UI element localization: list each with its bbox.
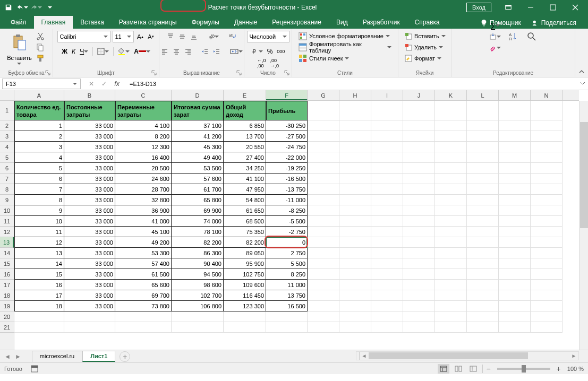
italic-button[interactable]: К xyxy=(71,46,76,57)
cell[interactable]: 75 350 xyxy=(224,227,266,237)
macro-recording-icon[interactable] xyxy=(31,365,38,373)
cell[interactable] xyxy=(371,163,403,174)
cell[interactable]: -11 000 xyxy=(266,195,308,205)
cell[interactable] xyxy=(467,290,499,301)
autosum-icon[interactable]: ∑ xyxy=(488,20,502,31)
cell[interactable] xyxy=(499,174,531,184)
percent-icon[interactable]: % xyxy=(266,46,274,57)
cell[interactable]: 53 500 xyxy=(172,163,224,174)
cell[interactable] xyxy=(499,258,531,269)
cell[interactable] xyxy=(403,120,435,131)
cell[interactable] xyxy=(499,101,531,120)
cell[interactable] xyxy=(266,311,308,322)
cell[interactable] xyxy=(531,205,563,216)
cell[interactable]: Прибыль xyxy=(266,101,308,120)
cell[interactable] xyxy=(435,311,467,322)
cell[interactable]: 45 300 xyxy=(172,142,224,152)
cell[interactable] xyxy=(499,237,531,248)
row-header[interactable]: 18 xyxy=(0,290,14,301)
cell[interactable]: Постоянные затраты xyxy=(64,101,115,120)
merge-icon[interactable] xyxy=(229,46,244,57)
cell[interactable] xyxy=(499,290,531,301)
increase-indent-icon[interactable] xyxy=(212,46,221,57)
zoom-out-icon[interactable]: − xyxy=(486,365,490,373)
decrease-font-icon[interactable]: A▾ xyxy=(147,31,155,42)
column-header[interactable]: C xyxy=(115,90,172,100)
name-box[interactable]: F13 xyxy=(2,79,81,89)
cell[interactable] xyxy=(339,195,371,205)
redo-icon[interactable] xyxy=(30,1,42,14)
format-table-button[interactable]: Форматировать как таблицу xyxy=(296,42,394,53)
cancel-formula-icon[interactable]: ✕ xyxy=(87,80,96,88)
cell[interactable] xyxy=(531,152,563,163)
cell[interactable] xyxy=(371,101,403,120)
cell[interactable] xyxy=(403,152,435,163)
format-painter-icon[interactable] xyxy=(35,53,46,64)
cell[interactable] xyxy=(499,152,531,163)
cell[interactable] xyxy=(371,269,403,280)
cell[interactable] xyxy=(467,237,499,248)
cell[interactable] xyxy=(531,163,563,174)
cell[interactable] xyxy=(308,184,339,195)
undo-icon[interactable] xyxy=(16,1,29,14)
cell[interactable] xyxy=(371,174,403,184)
cell[interactable] xyxy=(499,269,531,280)
cell[interactable] xyxy=(531,311,563,322)
cell[interactable] xyxy=(339,216,371,227)
cell[interactable] xyxy=(339,322,371,333)
enter-formula-icon[interactable]: ✓ xyxy=(100,80,108,88)
cell[interactable]: 13 700 xyxy=(224,131,266,142)
cell[interactable] xyxy=(467,311,499,322)
cell[interactable] xyxy=(403,290,435,301)
cell[interactable] xyxy=(435,248,467,258)
cell[interactable] xyxy=(371,248,403,258)
cell[interactable]: -22 000 xyxy=(266,152,308,163)
cell[interactable]: 33 000 xyxy=(64,227,115,237)
cell[interactable]: 33 000 xyxy=(64,195,115,205)
insert-cells-button[interactable]: Вставить xyxy=(403,31,448,41)
cell[interactable]: 5 500 xyxy=(266,258,308,269)
cell[interactable] xyxy=(467,163,499,174)
cell[interactable] xyxy=(308,248,339,258)
font-name-select[interactable]: Calibri xyxy=(57,31,110,42)
cell[interactable]: 45 100 xyxy=(115,227,172,237)
row-header[interactable]: 21 xyxy=(0,322,14,333)
cell[interactable]: 41 000 xyxy=(115,216,172,227)
cell[interactable] xyxy=(14,322,64,333)
cell[interactable] xyxy=(339,184,371,195)
column-header[interactable]: D xyxy=(172,90,224,100)
cell[interactable] xyxy=(403,142,435,152)
cell[interactable]: 11 000 xyxy=(266,280,308,290)
cell[interactable] xyxy=(467,195,499,205)
cell[interactable] xyxy=(435,152,467,163)
align-left-icon[interactable] xyxy=(160,46,169,57)
cell[interactable] xyxy=(339,237,371,248)
cell[interactable] xyxy=(435,163,467,174)
cell[interactable] xyxy=(531,322,563,333)
cell[interactable] xyxy=(531,120,563,131)
cell[interactable] xyxy=(339,120,371,131)
cell[interactable] xyxy=(467,301,499,311)
row-header[interactable]: 11 xyxy=(0,216,14,227)
delete-cells-button[interactable]: Удалить xyxy=(403,42,445,53)
cell[interactable] xyxy=(435,237,467,248)
cell[interactable]: 65 800 xyxy=(172,195,224,205)
cell[interactable] xyxy=(14,311,64,322)
decrease-decimal-icon[interactable]: ,00→,0 xyxy=(269,58,280,68)
cell[interactable] xyxy=(308,216,339,227)
cell[interactable]: 13 xyxy=(14,248,64,258)
cell[interactable] xyxy=(371,216,403,227)
cell[interactable] xyxy=(467,269,499,280)
cell[interactable] xyxy=(531,237,563,248)
cell[interactable] xyxy=(499,184,531,195)
cell[interactable] xyxy=(308,152,339,163)
cell[interactable] xyxy=(308,205,339,216)
ribbon-tab-файл[interactable]: Файл xyxy=(3,16,34,29)
cell[interactable]: 82 200 xyxy=(172,237,224,248)
cell[interactable]: 123 300 xyxy=(224,301,266,311)
cell[interactable] xyxy=(403,101,435,120)
cell[interactable] xyxy=(371,195,403,205)
cell[interactable]: 33 000 xyxy=(64,152,115,163)
cell[interactable]: 33 000 xyxy=(64,280,115,290)
cell[interactable]: 33 000 xyxy=(64,290,115,301)
